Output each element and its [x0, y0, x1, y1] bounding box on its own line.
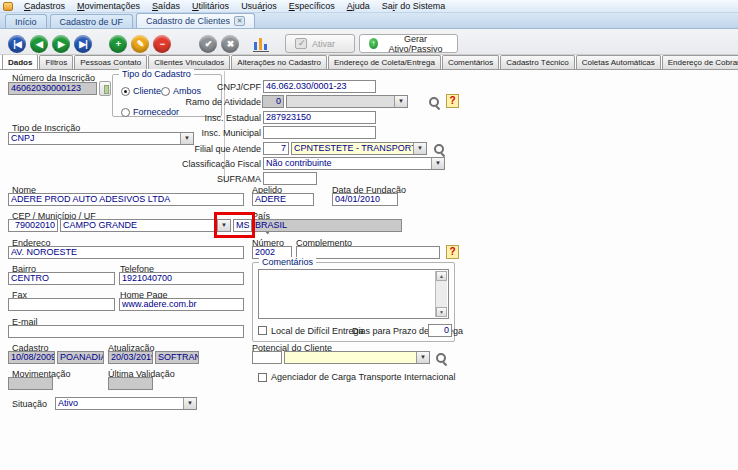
class-fiscal-label: Classificação Fiscal	[169, 159, 261, 169]
menu-item-utilitarios[interactable]: Utilitários	[186, 1, 235, 11]
dificil-entrega-checkbox[interactable]	[258, 326, 267, 335]
ativar-button[interactable]: Ativar	[285, 34, 355, 53]
cancel-button-icon[interactable]: ✖	[221, 35, 239, 53]
window-tab-cadastro-de-clientes[interactable]: Cadastro de Clientes✕	[136, 13, 255, 28]
insc-estadual-field[interactable]: 287923150	[263, 111, 376, 124]
menu-item-usuarios[interactable]: Usuários	[235, 1, 283, 11]
delete-record-button-icon[interactable]: −	[153, 35, 171, 53]
tab-comentarios[interactable]: Comentários	[442, 55, 499, 69]
fax-field[interactable]	[8, 298, 115, 311]
data-fundacao-field[interactable]: 04/01/2010	[332, 193, 398, 206]
chevron-down-icon[interactable]: ▼	[416, 352, 429, 363]
ramo-atividade-help-button[interactable]: ?	[446, 94, 459, 108]
filial-atende-search-icon[interactable]	[433, 143, 445, 155]
chevron-down-icon[interactable]: ▼	[183, 398, 196, 409]
confirm-button-icon[interactable]: ✔	[199, 35, 217, 53]
comentarios-scrollbar[interactable]: ▲ ▼	[435, 271, 447, 317]
cnpj-cpf-field[interactable]: 46.062.030/0001-23	[263, 80, 376, 93]
radio-cliente[interactable]: Cliente	[121, 86, 161, 96]
menu-item-sair-do-sistema[interactable]: Sair do Sistema	[376, 1, 452, 11]
potencial-cliente-select[interactable]: ▼	[284, 351, 430, 364]
apelido-field[interactable]: ADERE	[252, 193, 314, 206]
cadastro-date-field: 10/08/2009	[8, 351, 55, 364]
telefone-field[interactable]: 1921040700	[119, 272, 244, 285]
home-page-field[interactable]: www.adere.com.br	[119, 298, 244, 311]
pais-field[interactable]: BRASIL	[252, 219, 402, 232]
radio-label: Fornecedor	[133, 107, 179, 117]
nome-field[interactable]: ADERE PROD AUTO ADESIVOS LTDA	[8, 193, 244, 206]
window-tab-inicio[interactable]: Início	[5, 14, 47, 28]
tab-pessoas-contato[interactable]: Pessoas Contato	[74, 55, 147, 69]
last-record-button-icon[interactable]: ▶|	[74, 35, 92, 53]
tab-filtros[interactable]: Filtros	[39, 55, 73, 69]
app-window: CadastrosMovimentaçõesSaídasUtilitáriosU…	[0, 0, 738, 470]
menu-item-especificos[interactable]: Específicos	[283, 1, 341, 11]
ramo-atividade-select[interactable]: ▼	[286, 95, 408, 108]
agenciador-label: Agenciador de Carga Transporte Internaci…	[271, 372, 456, 382]
window-tab-label: Cadastro de UF	[60, 17, 124, 27]
agenciador-checkbox[interactable]	[258, 373, 267, 382]
menu-bar: CadastrosMovimentaçõesSaídasUtilitáriosU…	[0, 0, 738, 13]
chevron-down-icon[interactable]: ▼	[394, 96, 407, 107]
ramo-atividade-code-field[interactable]: 0	[262, 95, 284, 108]
edit-record-button-icon[interactable]: ✎	[131, 35, 149, 53]
first-record-button-icon[interactable]: |◀	[8, 35, 26, 53]
complemento-field[interactable]	[296, 246, 440, 259]
menu-item-movimentacoes[interactable]: Movimentações	[71, 1, 146, 11]
ativar-icon	[295, 38, 307, 49]
filial-atende-code-field[interactable]: 7	[263, 142, 289, 155]
window-tab-label: Cadastro de Clientes	[146, 16, 230, 26]
email-field[interactable]	[8, 325, 244, 338]
atualizacao-date-field: 20/03/2019	[108, 351, 153, 364]
comentarios-title: Comentários	[259, 257, 316, 267]
complemento-help-button[interactable]: ?	[446, 245, 459, 259]
chevron-down-icon[interactable]: ▼	[431, 158, 444, 169]
tab-cadastro-tecnico[interactable]: Cadastro Técnico	[500, 55, 575, 69]
insc-municipal-field[interactable]	[263, 126, 376, 139]
menu-item-ajuda[interactable]: Ajuda	[341, 1, 376, 11]
ultima-validacao-field	[108, 377, 153, 390]
menu-item-cadastros[interactable]: Cadastros	[18, 1, 71, 11]
window-tab-cadastro-de-uf[interactable]: Cadastro de UF	[50, 14, 134, 28]
annotation-highlight-rectangle	[214, 212, 255, 238]
numero-inscricao-side-button[interactable]	[99, 81, 111, 96]
cnpj-cpf-label: CNPJ/CPF	[181, 82, 261, 92]
comentarios-textarea[interactable]: ▲ ▼	[258, 269, 449, 319]
ramo-atividade-search-icon[interactable]	[428, 96, 440, 108]
municipio-select[interactable]: CAMPO GRANDE ▼	[60, 219, 231, 232]
filial-atende-select[interactable]: CPNTESTETE - TRANSPORTES TRAN ▼	[291, 142, 427, 155]
tipo-cadastro-title: Tipo do Cadastro	[119, 69, 194, 79]
numero-inscricao-field[interactable]: 46062030000123	[8, 82, 97, 95]
next-record-button-icon[interactable]: ▶	[52, 35, 70, 53]
tab-endereco-de-cobranca[interactable]: Endereço de Cobrança	[662, 55, 738, 69]
radio-fornecedor[interactable]: Fornecedor	[121, 107, 179, 117]
bairro-field[interactable]: CENTRO	[8, 272, 115, 285]
suframa-field[interactable]	[263, 172, 317, 185]
potencial-cliente-search-icon[interactable]	[435, 352, 447, 364]
class-fiscal-select[interactable]: Não contribuinte ▼	[263, 157, 445, 170]
scroll-up-icon[interactable]: ▲	[436, 271, 447, 281]
radio-icon	[161, 87, 170, 96]
tab-alteracoes-no-cadastro[interactable]: Alterações no Cadastro	[231, 55, 327, 69]
tab-clientes-vinculados[interactable]: Clientes Vinculados	[148, 55, 230, 69]
situacao-select[interactable]: Ativo ▼	[55, 397, 197, 410]
add-record-button-icon[interactable]: +	[109, 35, 127, 53]
potencial-cliente-code-field[interactable]	[252, 351, 282, 364]
window-tab-label: Início	[15, 17, 37, 27]
chart-icon[interactable]	[253, 36, 269, 52]
tipo-inscricao-select[interactable]: CNPJ ▼	[8, 132, 194, 145]
radio-icon	[121, 108, 130, 117]
endereco-field[interactable]: AV. NOROESTE	[8, 246, 244, 259]
tab-coletas-automaticas[interactable]: Coletas Automáticas	[576, 55, 661, 69]
tab-endereco-de-coleta-entrega[interactable]: Endereço de Coleta/Entrega	[328, 55, 441, 69]
menu-item-saidas[interactable]: Saídas	[146, 1, 186, 11]
situacao-label: Situação	[12, 399, 47, 409]
chevron-down-icon[interactable]: ▼	[413, 143, 426, 154]
gerar-ativo-passivo-button[interactable]: ↑ Gerar Ativo/Passivo	[359, 34, 458, 53]
scroll-down-icon[interactable]: ▼	[436, 307, 447, 317]
prazo-entrega-field[interactable]: 0	[428, 324, 452, 337]
previous-record-button-icon[interactable]: ◀	[30, 35, 48, 53]
close-icon[interactable]: ✕	[234, 16, 245, 26]
cep-field[interactable]: 79002010	[8, 219, 58, 232]
tab-dados[interactable]: Dados	[2, 55, 38, 69]
